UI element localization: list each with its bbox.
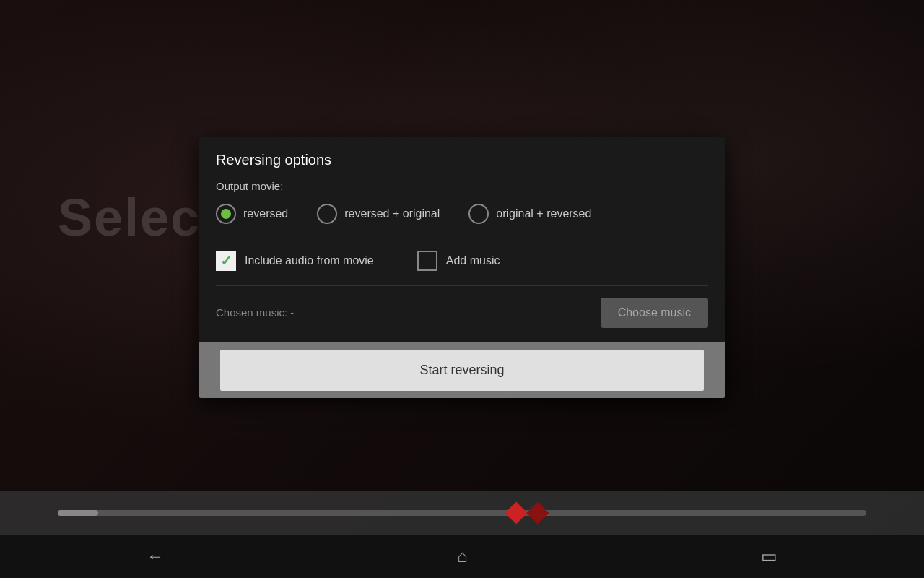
dialog-content: Reversing options Output movie: reversed… — [199, 137, 725, 342]
modal-overlay: Reversing options Output movie: reversed… — [0, 0, 924, 535]
checkbox-box-include-audio: ✓ — [216, 251, 236, 271]
radio-row: reversed reversed + original original + … — [216, 204, 708, 236]
radio-option-reversed[interactable]: reversed — [216, 204, 288, 224]
recents-button[interactable]: ▭ — [761, 546, 777, 566]
radio-label-reversed-original: reversed + original — [344, 207, 440, 220]
home-button[interactable]: ⌂ — [457, 546, 468, 566]
radio-dot-reversed — [221, 209, 231, 219]
reversing-options-dialog: Reversing options Output movie: reversed… — [199, 137, 725, 398]
radio-option-original-reversed[interactable]: original + reversed — [468, 204, 591, 224]
start-reversing-button[interactable]: Start reversing — [220, 350, 704, 391]
checkbox-box-add-music — [417, 251, 437, 271]
radio-option-reversed-original[interactable]: reversed + original — [317, 204, 440, 224]
radio-circle-original-reversed — [468, 204, 489, 224]
checkbox-row: ✓ Include audio from movie Add music — [216, 236, 708, 286]
radio-circle-reversed — [216, 204, 236, 224]
radio-circle-reversed-original — [317, 204, 337, 224]
output-label: Output movie: — [216, 180, 708, 192]
music-row: Chosen music: - Choose music — [216, 286, 708, 342]
nav-bar: ← ⌂ ▭ — [0, 535, 924, 578]
checkbox-add-music[interactable]: Add music — [417, 251, 500, 271]
dialog-title: Reversing options — [216, 152, 708, 168]
back-button[interactable]: ← — [147, 546, 164, 566]
checkbox-include-audio[interactable]: ✓ Include audio from movie — [216, 251, 374, 271]
radio-label-reversed: reversed — [243, 207, 288, 220]
chosen-music-label: Chosen music: - — [216, 306, 294, 319]
checkbox-label-add-music: Add music — [446, 254, 500, 267]
checkbox-label-include-audio: Include audio from movie — [245, 254, 374, 267]
radio-label-original-reversed: original + reversed — [496, 207, 591, 220]
choose-music-button[interactable]: Choose music — [601, 298, 708, 328]
checkmark-icon: ✓ — [220, 252, 232, 269]
dialog-footer: Start reversing — [199, 342, 725, 398]
